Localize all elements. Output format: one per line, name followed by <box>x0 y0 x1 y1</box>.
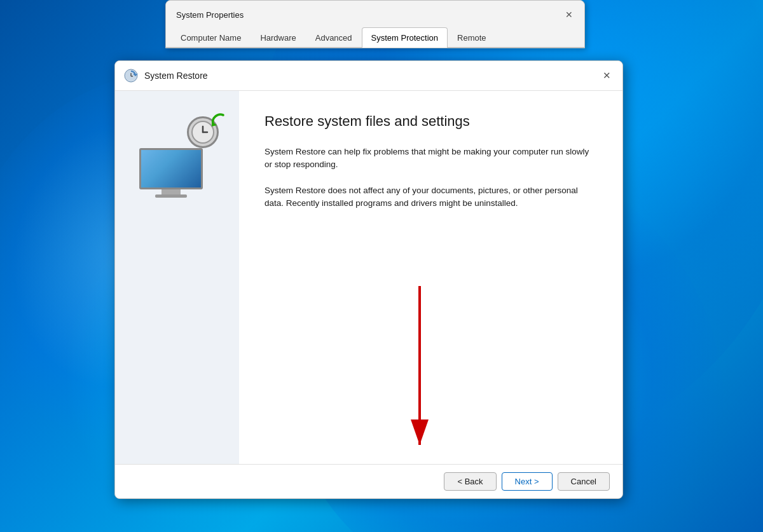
system-properties-tabs: Computer Name Hardware Advanced System P… <box>166 27 584 48</box>
system-restore-title-icon <box>124 69 138 83</box>
system-restore-content: Restore system files and settings System… <box>239 91 622 464</box>
tab-remote[interactable]: Remote <box>448 27 496 48</box>
system-restore-close-button[interactable]: ✕ <box>598 67 615 84</box>
system-restore-dialog: System Restore ✕ <box>114 60 623 499</box>
next-button[interactable]: Next > <box>502 472 553 491</box>
tab-computer-name[interactable]: Computer Name <box>171 27 251 48</box>
green-arrow-icon <box>209 111 227 129</box>
monitor-screen <box>139 148 203 189</box>
system-restore-titlebar: System Restore ✕ <box>115 61 622 91</box>
restore-icon-wrap <box>133 116 222 199</box>
system-properties-title: System Properties <box>176 10 244 20</box>
tab-advanced[interactable]: Advanced <box>306 27 362 48</box>
system-properties-close-button[interactable]: ✕ <box>561 7 577 22</box>
restore-heading: Restore system files and settings <box>265 113 597 130</box>
restore-paragraph-2: System Restore does not affect any of yo… <box>265 184 597 210</box>
system-restore-title: System Restore <box>144 71 598 81</box>
cancel-button[interactable]: Cancel <box>558 472 610 491</box>
system-properties-titlebar: System Properties ✕ <box>166 1 584 27</box>
svg-marker-6 <box>212 121 217 126</box>
restore-paragraph-1: System Restore can help fix problems tha… <box>265 146 597 172</box>
computer-monitor-icon <box>139 148 203 199</box>
system-restore-footer: < Back Next > Cancel <box>115 464 622 498</box>
system-restore-body: Restore system files and settings System… <box>115 91 622 464</box>
system-restore-sidebar <box>115 91 239 464</box>
monitor-stand <box>162 189 181 194</box>
back-button[interactable]: < Back <box>444 472 496 491</box>
system-properties-window: System Properties ✕ Computer Name Hardwa… <box>165 0 585 48</box>
tab-system-protection[interactable]: System Protection <box>362 27 448 48</box>
clock-icon <box>187 116 222 151</box>
tab-hardware[interactable]: Hardware <box>251 27 305 48</box>
monitor-base <box>155 194 187 198</box>
